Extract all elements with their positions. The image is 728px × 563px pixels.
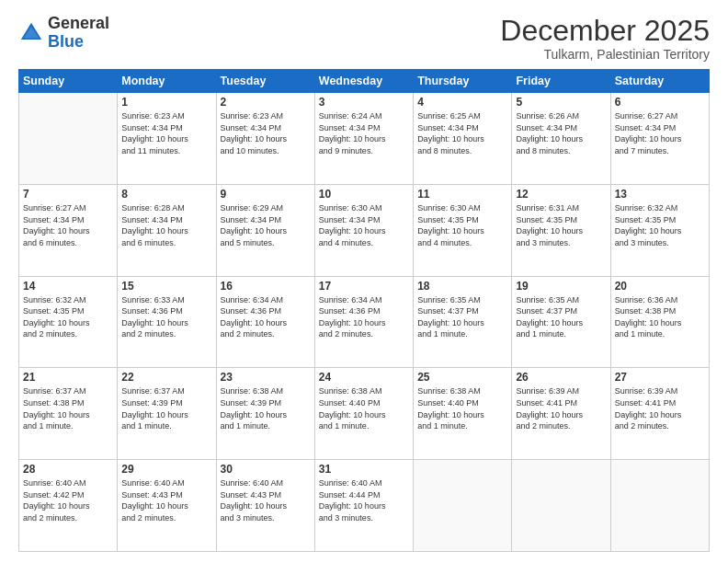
- logo-text: General Blue: [48, 15, 109, 52]
- calendar-cell: 9Sunrise: 6:29 AM Sunset: 4:34 PM Daylig…: [216, 184, 314, 276]
- logo-icon: [18, 20, 44, 46]
- day-number: 28: [23, 463, 113, 476]
- calendar-cell: [610, 460, 709, 552]
- header-saturday: Saturday: [610, 70, 709, 93]
- day-info: Sunrise: 6:34 AM Sunset: 4:36 PM Dayligh…: [319, 294, 409, 340]
- day-info: Sunrise: 6:33 AM Sunset: 4:36 PM Dayligh…: [121, 294, 211, 340]
- header-tuesday: Tuesday: [216, 70, 314, 93]
- day-info: Sunrise: 6:39 AM Sunset: 4:41 PM Dayligh…: [615, 385, 705, 431]
- calendar-cell: 6Sunrise: 6:27 AM Sunset: 4:34 PM Daylig…: [610, 93, 709, 185]
- calendar-cell: 18Sunrise: 6:35 AM Sunset: 4:37 PM Dayli…: [414, 276, 512, 368]
- day-info: Sunrise: 6:27 AM Sunset: 4:34 PM Dayligh…: [615, 110, 705, 156]
- calendar-cell: 20Sunrise: 6:36 AM Sunset: 4:38 PM Dayli…: [610, 276, 709, 368]
- day-number: 8: [121, 188, 211, 201]
- calendar-cell: [414, 460, 512, 552]
- day-info: Sunrise: 6:28 AM Sunset: 4:34 PM Dayligh…: [121, 202, 211, 248]
- calendar-cell: 30Sunrise: 6:40 AM Sunset: 4:43 PM Dayli…: [216, 460, 314, 552]
- calendar-week-4: 21Sunrise: 6:37 AM Sunset: 4:38 PM Dayli…: [19, 368, 710, 460]
- calendar-cell: 11Sunrise: 6:30 AM Sunset: 4:35 PM Dayli…: [414, 184, 512, 276]
- calendar-cell: 1Sunrise: 6:23 AM Sunset: 4:34 PM Daylig…: [118, 93, 216, 185]
- header-friday: Friday: [512, 70, 610, 93]
- calendar-week-5: 28Sunrise: 6:40 AM Sunset: 4:42 PM Dayli…: [19, 460, 710, 552]
- day-info: Sunrise: 6:26 AM Sunset: 4:34 PM Dayligh…: [516, 110, 606, 156]
- calendar-cell: 29Sunrise: 6:40 AM Sunset: 4:43 PM Dayli…: [118, 460, 216, 552]
- day-number: 4: [417, 96, 507, 109]
- calendar-cell: [19, 93, 118, 185]
- calendar-cell: 26Sunrise: 6:39 AM Sunset: 4:41 PM Dayli…: [512, 368, 610, 460]
- day-info: Sunrise: 6:29 AM Sunset: 4:34 PM Dayligh…: [221, 202, 311, 248]
- day-number: 15: [121, 280, 211, 293]
- calendar-cell: 25Sunrise: 6:38 AM Sunset: 4:40 PM Dayli…: [414, 368, 512, 460]
- day-number: 17: [319, 280, 409, 293]
- day-number: 12: [516, 188, 606, 201]
- day-info: Sunrise: 6:38 AM Sunset: 4:39 PM Dayligh…: [221, 385, 311, 431]
- month-title: December 2025: [500, 15, 710, 47]
- header: General Blue December 2025 Tulkarm, Pale…: [18, 15, 710, 62]
- day-number: 26: [516, 371, 606, 384]
- day-info: Sunrise: 6:40 AM Sunset: 4:43 PM Dayligh…: [221, 477, 311, 523]
- day-info: Sunrise: 6:30 AM Sunset: 4:35 PM Dayligh…: [417, 202, 507, 248]
- day-info: Sunrise: 6:25 AM Sunset: 4:34 PM Dayligh…: [417, 110, 507, 156]
- calendar-week-1: 1Sunrise: 6:23 AM Sunset: 4:34 PM Daylig…: [19, 93, 710, 185]
- day-info: Sunrise: 6:35 AM Sunset: 4:37 PM Dayligh…: [417, 294, 507, 340]
- day-info: Sunrise: 6:38 AM Sunset: 4:40 PM Dayligh…: [417, 385, 507, 431]
- day-number: 31: [319, 463, 409, 476]
- header-wednesday: Wednesday: [314, 70, 413, 93]
- header-sunday: Sunday: [19, 70, 118, 93]
- calendar-cell: 13Sunrise: 6:32 AM Sunset: 4:35 PM Dayli…: [610, 184, 709, 276]
- day-info: Sunrise: 6:40 AM Sunset: 4:44 PM Dayligh…: [319, 477, 409, 523]
- calendar-week-3: 14Sunrise: 6:32 AM Sunset: 4:35 PM Dayli…: [19, 276, 710, 368]
- calendar-cell: 12Sunrise: 6:31 AM Sunset: 4:35 PM Dayli…: [512, 184, 610, 276]
- calendar-cell: 3Sunrise: 6:24 AM Sunset: 4:34 PM Daylig…: [314, 93, 413, 185]
- day-number: 5: [516, 96, 606, 109]
- day-number: 21: [23, 371, 113, 384]
- calendar-cell: 23Sunrise: 6:38 AM Sunset: 4:39 PM Dayli…: [216, 368, 314, 460]
- day-info: Sunrise: 6:34 AM Sunset: 4:36 PM Dayligh…: [221, 294, 311, 340]
- calendar-cell: 16Sunrise: 6:34 AM Sunset: 4:36 PM Dayli…: [216, 276, 314, 368]
- day-info: Sunrise: 6:38 AM Sunset: 4:40 PM Dayligh…: [319, 385, 409, 431]
- day-info: Sunrise: 6:40 AM Sunset: 4:42 PM Dayligh…: [23, 477, 113, 523]
- day-info: Sunrise: 6:23 AM Sunset: 4:34 PM Dayligh…: [121, 110, 211, 156]
- calendar-cell: 14Sunrise: 6:32 AM Sunset: 4:35 PM Dayli…: [19, 276, 118, 368]
- calendar-week-2: 7Sunrise: 6:27 AM Sunset: 4:34 PM Daylig…: [19, 184, 710, 276]
- calendar-cell: 27Sunrise: 6:39 AM Sunset: 4:41 PM Dayli…: [610, 368, 709, 460]
- day-number: 6: [615, 96, 705, 109]
- calendar-cell: 31Sunrise: 6:40 AM Sunset: 4:44 PM Dayli…: [314, 460, 413, 552]
- location: Tulkarm, Palestinian Territory: [500, 47, 710, 62]
- day-number: 16: [221, 280, 311, 293]
- day-info: Sunrise: 6:32 AM Sunset: 4:35 PM Dayligh…: [615, 202, 705, 248]
- calendar-cell: 19Sunrise: 6:35 AM Sunset: 4:37 PM Dayli…: [512, 276, 610, 368]
- day-info: Sunrise: 6:30 AM Sunset: 4:34 PM Dayligh…: [319, 202, 409, 248]
- day-info: Sunrise: 6:27 AM Sunset: 4:34 PM Dayligh…: [23, 202, 113, 248]
- day-info: Sunrise: 6:23 AM Sunset: 4:34 PM Dayligh…: [221, 110, 311, 156]
- calendar-cell: 21Sunrise: 6:37 AM Sunset: 4:38 PM Dayli…: [19, 368, 118, 460]
- day-number: 19: [516, 280, 606, 293]
- day-number: 1: [121, 96, 211, 109]
- day-number: 7: [23, 188, 113, 201]
- logo: General Blue: [18, 15, 109, 52]
- calendar-cell: 10Sunrise: 6:30 AM Sunset: 4:34 PM Dayli…: [314, 184, 413, 276]
- calendar-cell: 15Sunrise: 6:33 AM Sunset: 4:36 PM Dayli…: [118, 276, 216, 368]
- day-info: Sunrise: 6:35 AM Sunset: 4:37 PM Dayligh…: [516, 294, 606, 340]
- day-number: 11: [417, 188, 507, 201]
- header-monday: Monday: [118, 70, 216, 93]
- day-info: Sunrise: 6:37 AM Sunset: 4:38 PM Dayligh…: [23, 385, 113, 431]
- day-number: 24: [319, 371, 409, 384]
- day-number: 10: [319, 188, 409, 201]
- page: General Blue December 2025 Tulkarm, Pale…: [0, 0, 728, 563]
- day-number: 2: [221, 96, 311, 109]
- day-number: 3: [319, 96, 409, 109]
- calendar-cell: 28Sunrise: 6:40 AM Sunset: 4:42 PM Dayli…: [19, 460, 118, 552]
- day-info: Sunrise: 6:31 AM Sunset: 4:35 PM Dayligh…: [516, 202, 606, 248]
- calendar-cell: 5Sunrise: 6:26 AM Sunset: 4:34 PM Daylig…: [512, 93, 610, 185]
- day-info: Sunrise: 6:40 AM Sunset: 4:43 PM Dayligh…: [121, 477, 211, 523]
- day-number: 25: [417, 371, 507, 384]
- calendar-cell: 4Sunrise: 6:25 AM Sunset: 4:34 PM Daylig…: [414, 93, 512, 185]
- calendar-cell: 22Sunrise: 6:37 AM Sunset: 4:39 PM Dayli…: [118, 368, 216, 460]
- title-block: December 2025 Tulkarm, Palestinian Terri…: [500, 15, 710, 62]
- day-number: 29: [121, 463, 211, 476]
- day-number: 30: [221, 463, 311, 476]
- calendar-cell: 8Sunrise: 6:28 AM Sunset: 4:34 PM Daylig…: [118, 184, 216, 276]
- day-info: Sunrise: 6:39 AM Sunset: 4:41 PM Dayligh…: [516, 385, 606, 431]
- day-info: Sunrise: 6:32 AM Sunset: 4:35 PM Dayligh…: [23, 294, 113, 340]
